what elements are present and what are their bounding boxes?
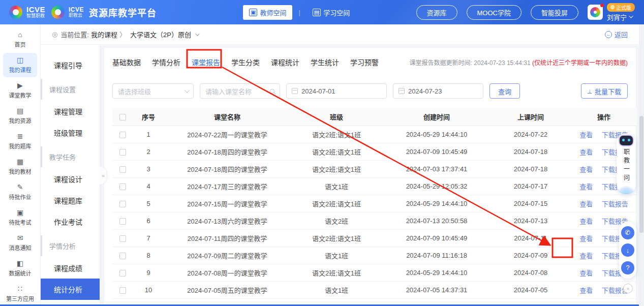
table-row: 3 2024-07-18周四的课堂教学 语文2班;语文1班 2024-07-03… (112, 160, 637, 177)
rail-item[interactable]: ⌂ 首页 (3, 27, 37, 52)
rail-item[interactable]: ▤ 我的资源 (3, 104, 37, 128)
view-link[interactable]: 查看 (579, 131, 593, 139)
select-all-checkbox[interactable] (119, 114, 126, 120)
nav-learning-space[interactable]: ▤ 学习空间 (306, 5, 356, 20)
tab[interactable]: 课程统计 (271, 54, 299, 70)
sidebar-item[interactable]: 课程设置 (41, 79, 100, 100)
classroom-report-table: 序号 课堂名称 班级 创建时间 上课时间 操作 1 2024-07-22周一的课… (112, 108, 637, 299)
row-checkbox-cell (112, 212, 133, 229)
sidebar-item[interactable]: 学情分析 (41, 235, 100, 256)
tab[interactable]: 学生分类 (231, 54, 260, 70)
breadcrumb-course[interactable]: 大学语文（2P）原创 (130, 29, 191, 39)
row-checkbox[interactable] (119, 270, 126, 277)
cell-classroom-name: 2024-07-17周三的课堂教学 (164, 177, 290, 195)
download-center-button[interactable]: ↓ (621, 243, 634, 257)
customer-service-button[interactable]: ✆ (621, 226, 634, 239)
scrollbar-track[interactable] (639, 24, 644, 306)
row-checkbox[interactable] (119, 253, 126, 259)
date-end-input[interactable]: 2024-07-23 (393, 83, 483, 99)
rail-item[interactable]: ✉ 消息通知 (3, 231, 37, 255)
sidebar-item[interactable]: 教学任务 (41, 146, 100, 167)
row-checkbox[interactable] (119, 201, 126, 207)
cell-created-time: 2024-05-29 14:44:10 (383, 126, 490, 143)
tab[interactable]: 课堂报告 (192, 54, 220, 70)
row-checkbox-cell (112, 247, 133, 264)
tab[interactable]: 学生统计 (311, 54, 339, 70)
tab[interactable]: 学情分析 (152, 54, 180, 70)
search-icon[interactable] (270, 89, 274, 94)
help-button[interactable]: ? (621, 261, 634, 274)
rail-item[interactable]: ◫ 我的课程 (3, 53, 37, 77)
sidebar-item[interactable]: 课程设计 (41, 168, 100, 190)
rail-item[interactable]: ▦ 我的教材 (3, 155, 37, 179)
header-pill-button[interactable]: 智能投屏 (531, 5, 578, 20)
sidebar-item[interactable]: 课程引导 (41, 54, 100, 76)
rail-item[interactable]: ▶ 课堂教学 (3, 78, 37, 103)
classroom-name-placeholder: 请输入课堂名称 (205, 86, 252, 96)
row-checkbox-cell (112, 195, 133, 212)
rail-item-label: 数据统计 (9, 269, 32, 277)
header-pill-button[interactable]: 资源库 (416, 5, 457, 20)
icve-logo-icon (9, 6, 22, 19)
date-end-value: 2024-07-23 (408, 87, 442, 95)
view-link[interactable]: 查看 (579, 235, 593, 242)
zhijiao-assistant-widget[interactable]: 职教一问 (617, 133, 636, 194)
row-checkbox-cell (112, 264, 133, 281)
view-link[interactable]: 查看 (579, 183, 593, 191)
view-link[interactable]: 查看 (579, 252, 593, 260)
chevron-down-icon (185, 88, 190, 93)
rail-item[interactable]: ▣ 待批考试 (3, 205, 37, 230)
class-select[interactable]: 请选择班级 (112, 83, 194, 99)
sidebar-item[interactable]: 课程题库 (41, 190, 100, 211)
tab[interactable]: 学习预警 (350, 54, 379, 70)
view-link[interactable]: 查看 (579, 287, 593, 294)
username-dropdown[interactable]: 刘宵宁 (607, 12, 632, 22)
view-link[interactable]: 查看 (579, 200, 593, 208)
download-report-link[interactable]: 下载报告 (602, 200, 628, 208)
nav-teacher-space[interactable]: ▣ 教师空间 (243, 5, 292, 20)
row-checkbox[interactable] (119, 218, 126, 225)
rail-item[interactable]: ∷ 第三方应用 (3, 282, 37, 306)
close-floating-button[interactable]: × (623, 284, 633, 293)
view-link[interactable]: 查看 (579, 218, 593, 225)
scrollbar-thumb[interactable] (639, 116, 643, 233)
sidebar-item[interactable]: 班级管理 (41, 122, 100, 143)
view-link[interactable]: 查看 (579, 166, 593, 173)
header-pill-button[interactable]: MOOC学院 (467, 5, 522, 20)
batch-download-button[interactable]: ↓ 批量下载 (581, 83, 628, 99)
rail-item[interactable]: ✎ 待批作业 (3, 180, 37, 204)
row-checkbox[interactable] (119, 235, 126, 242)
row-checkbox[interactable] (119, 132, 126, 138)
table-row: 2 2024-07-18周四的课堂教学 语文2班;语文1班 2024-07-09… (112, 143, 637, 160)
view-link[interactable]: 查看 (579, 148, 593, 156)
cell-classroom-name: 2024-07-22周一的课堂教学 (164, 126, 290, 143)
statistics-icon: ◧ (17, 260, 23, 267)
table-row: 5 2024-07-15周一的课堂教学 语文2班;语文1班 2024-05-29… (112, 195, 637, 212)
row-checkbox[interactable] (119, 149, 126, 156)
table-row: 8 2024-07-09周二的课堂教学 语文1班 2024-07-09 11:1… (112, 247, 637, 264)
sidebar-item[interactable]: 统计分析 (41, 279, 100, 300)
user-box[interactable]: 正式版 刘宵宁 (588, 3, 635, 22)
row-checkbox[interactable] (119, 166, 126, 173)
query-button[interactable]: 查询 (489, 83, 520, 99)
classroom-name-input[interactable]: 请输入课堂名称 (200, 83, 280, 99)
rail-item[interactable]: ≣ 我的题库 (3, 129, 37, 154)
cell-created-time: 2024-07-05 14:37:31 (383, 281, 490, 298)
sidebar-item[interactable]: 课程管理 (41, 101, 100, 122)
back-button[interactable]: ← 返回 (605, 29, 628, 39)
date-start-input[interactable]: 2024-07-01 (286, 83, 387, 99)
sidebar-item[interactable]: 作业考试 (41, 211, 100, 232)
view-link[interactable]: 查看 (579, 269, 593, 277)
version-badge: 正式版 (607, 3, 635, 12)
row-checkbox[interactable] (119, 183, 126, 190)
user-avatar[interactable] (588, 5, 603, 20)
rail-item[interactable]: ◧ 数据统计 (3, 256, 37, 281)
tabs: 基础数据 学情分析 课堂报告 学生分类 课程统计 学生统计 学习预警 (112, 54, 379, 70)
sidebar-item[interactable]: 课程成绩 (41, 257, 100, 279)
row-checkbox[interactable] (119, 287, 126, 294)
tab[interactable]: 基础数据 (112, 54, 141, 70)
breadcrumb-chevron-down-icon[interactable] (195, 32, 199, 36)
breadcrumb-course-group[interactable]: 我的课程 (91, 29, 117, 39)
cell-class: 语文2班;语文1班 (290, 195, 383, 212)
cell-classroom-name: 2024-07-18周四的课堂教学 (164, 143, 290, 160)
